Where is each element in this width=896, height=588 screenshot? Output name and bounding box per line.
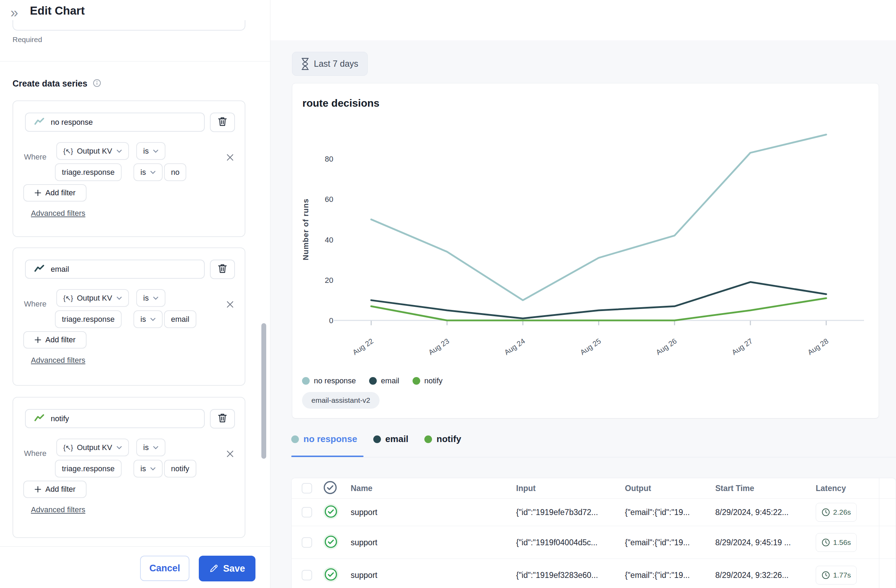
- svg-text:80: 80: [325, 155, 333, 163]
- success-status-icon: [323, 534, 339, 551]
- clock-icon: [821, 571, 830, 579]
- advanced-filters-link[interactable]: Advanced filters: [31, 505, 85, 514]
- filter-operator-select[interactable]: is: [136, 289, 165, 307]
- create-data-series-heading: Create data series: [12, 79, 87, 88]
- output-kv-icon: {↖}: [63, 443, 73, 452]
- plus-icon: [34, 337, 41, 343]
- filter-key-operator-select[interactable]: is: [134, 460, 163, 477]
- remove-filter-button[interactable]: [224, 299, 236, 310]
- divider: [0, 61, 270, 61]
- run-name: support: [351, 570, 378, 580]
- filter-field-select[interactable]: {↖} Output KV: [56, 142, 129, 160]
- close-icon: [226, 154, 234, 161]
- hourglass-icon: [301, 58, 309, 70]
- tab-notify[interactable]: notify: [424, 434, 461, 445]
- cancel-button[interactable]: Cancel: [140, 556, 189, 581]
- filter-operator-select[interactable]: is: [136, 142, 165, 160]
- svg-text:0: 0: [329, 316, 333, 325]
- run-start-time: 8/29/2024, 9:45:19 ...: [715, 538, 791, 547]
- run-name: support: [351, 538, 378, 547]
- advanced-filters-link[interactable]: Advanced filters: [31, 356, 85, 365]
- time-range-chip[interactable]: Last 7 days: [292, 52, 368, 76]
- chevron-down-icon: [116, 296, 122, 300]
- column-header-output: Output: [625, 484, 651, 493]
- tab-no-response[interactable]: no response: [291, 434, 357, 445]
- chart-name-input-cut[interactable]: [12, 20, 245, 30]
- table-row[interactable]: support {"id":"1919efe7b3d72... {"email"…: [292, 499, 896, 526]
- chart-card: route decisions Aug 22Aug 23Aug 24Aug 25…: [292, 83, 879, 418]
- filter-value-input[interactable]: no: [164, 163, 186, 181]
- advanced-filters-link[interactable]: Advanced filters: [31, 209, 85, 218]
- series-name-input[interactable]: notify: [25, 409, 205, 428]
- add-filter-button[interactable]: Add filter: [23, 184, 87, 201]
- add-filter-button[interactable]: Add filter: [23, 481, 87, 498]
- tab-dot: [291, 436, 299, 443]
- legend-item: no response: [302, 376, 356, 385]
- filter-key-input[interactable]: triage.response: [55, 163, 122, 181]
- page-title: Edit Chart: [30, 4, 85, 17]
- where-label: Where: [24, 449, 47, 458]
- filter-value-input[interactable]: email: [164, 310, 197, 328]
- series-card: email Where {↖} Output KV is triage.resp…: [12, 247, 245, 386]
- delete-series-button[interactable]: [210, 113, 235, 132]
- remove-filter-button[interactable]: [224, 448, 236, 459]
- run-input: {"id":"1919ef3283e60...: [516, 570, 598, 580]
- required-helper-text: Required: [12, 35, 42, 44]
- row-checkbox[interactable]: [302, 570, 312, 580]
- add-filter-button[interactable]: Add filter: [23, 331, 87, 349]
- plus-icon: [34, 486, 41, 493]
- line-chart-icon: [34, 414, 44, 423]
- series-card: notify Where {↖} Output KV is triage.res…: [12, 397, 245, 538]
- svg-text:Aug 28: Aug 28: [806, 337, 830, 356]
- select-all-checkbox[interactable]: [302, 483, 312, 494]
- collapse-panel-icon[interactable]: »: [11, 6, 26, 20]
- chevron-down-icon: [150, 318, 156, 321]
- table-column-divider: [879, 478, 879, 588]
- chevron-down-icon: [153, 149, 158, 153]
- legend-item: notify: [413, 376, 443, 385]
- save-button[interactable]: Save: [199, 556, 256, 581]
- row-checkbox[interactable]: [302, 507, 312, 518]
- table-row[interactable]: support {"id":"1919ef3283e60... {"email"…: [292, 559, 896, 588]
- tab-dot: [373, 436, 381, 443]
- remove-filter-button[interactable]: [224, 152, 236, 163]
- latency-badge: 1.56s: [816, 533, 857, 552]
- filter-key-operator-select[interactable]: is: [134, 163, 163, 181]
- panel-divider: [270, 0, 270, 588]
- tab-email[interactable]: email: [373, 434, 409, 445]
- series-name-input[interactable]: email: [25, 260, 205, 279]
- series-name-input[interactable]: no response: [25, 113, 205, 132]
- filter-key-operator-select[interactable]: is: [134, 310, 163, 328]
- delete-series-button[interactable]: [210, 409, 235, 428]
- delete-series-button[interactable]: [210, 260, 235, 279]
- filter-operator-select[interactable]: is: [136, 439, 165, 456]
- table-header: Name Input Output Start Time Latency: [292, 478, 896, 499]
- svg-text:60: 60: [325, 195, 333, 204]
- svg-text:Aug 22: Aug 22: [351, 337, 375, 356]
- left-panel-scrollbar[interactable]: [261, 323, 266, 459]
- trash-icon: [218, 413, 227, 424]
- filter-key-input[interactable]: triage.response: [55, 460, 122, 477]
- svg-text:20: 20: [325, 276, 333, 285]
- row-checkbox[interactable]: [302, 537, 312, 548]
- column-header-latency: Latency: [816, 484, 846, 493]
- success-status-icon: [323, 504, 339, 521]
- legend-dot: [413, 377, 420, 385]
- chevron-down-icon: [153, 296, 158, 300]
- info-icon: [93, 79, 101, 88]
- series-card: no response Where {↖} Output KV is triag…: [12, 101, 245, 237]
- success-status-icon: [323, 567, 339, 584]
- run-output: {"email":{"id":"19...: [625, 538, 690, 547]
- filter-value-input[interactable]: notify: [164, 460, 197, 477]
- chevron-down-icon: [150, 171, 156, 174]
- filter-field-select[interactable]: {↖} Output KV: [56, 289, 129, 307]
- svg-text:Number of runs: Number of runs: [301, 198, 310, 260]
- filter-key-input[interactable]: triage.response: [55, 310, 122, 328]
- svg-text:Aug 27: Aug 27: [730, 337, 754, 356]
- latency-badge: 2.26s: [816, 503, 857, 522]
- trash-icon: [218, 264, 227, 275]
- line-chart-icon: [34, 265, 44, 274]
- table-row[interactable]: support {"id":"1919f04004d5c... {"email"…: [292, 526, 896, 559]
- chevron-down-icon: [153, 446, 158, 449]
- filter-field-select[interactable]: {↖} Output KV: [56, 439, 129, 456]
